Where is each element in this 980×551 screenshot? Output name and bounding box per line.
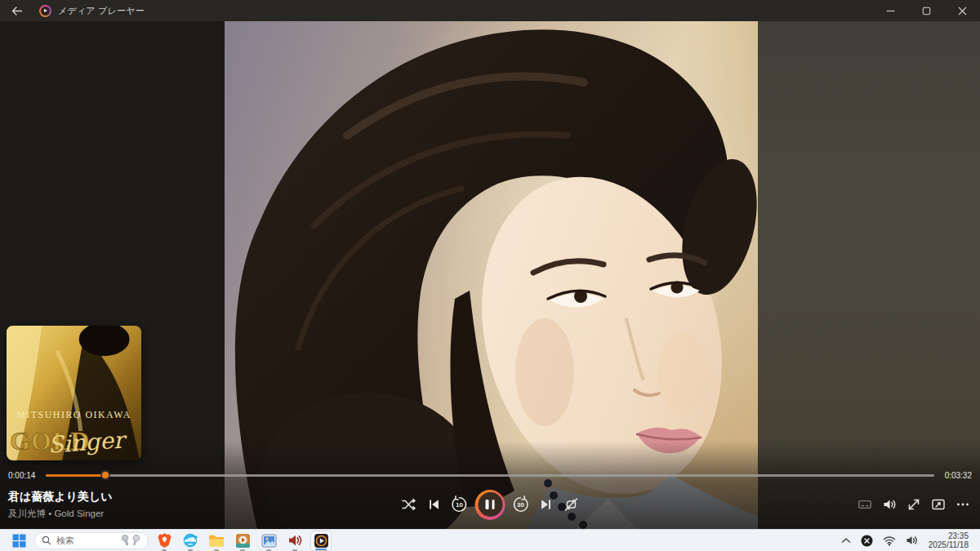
taskbar: 検索: [0, 529, 980, 551]
more-options-button[interactable]: [952, 488, 973, 521]
taskbar-internet-explorer-icon[interactable]: [180, 531, 201, 551]
tray-chevron-up-icon[interactable]: [838, 531, 854, 551]
clock-date: 2025/11/18: [929, 540, 969, 550]
search-icon: [42, 535, 51, 545]
skip-back-10-button[interactable]: 10: [450, 488, 470, 521]
progress-fill: [46, 474, 105, 478]
back-button[interactable]: [0, 0, 33, 21]
total-time: 0:03:32: [942, 471, 972, 480]
start-button[interactable]: [8, 531, 29, 551]
karaoke-lyrics-icon[interactable]: [854, 488, 875, 521]
album-art-thumbnail[interactable]: MITSUHIRO OIKAWA GOLD Singer: [7, 326, 141, 460]
taskbar-search[interactable]: 検索: [34, 532, 149, 549]
track-info: 君は薔薇より美しい 及川光博 • Gold Singer: [8, 490, 113, 520]
track-title: 君は薔薇より美しい: [8, 490, 113, 504]
elapsed-time: 0:00:14: [8, 471, 38, 480]
volume-button[interactable]: [879, 488, 900, 521]
album-artist-text: MITSUHIRO OIKAWA: [16, 409, 131, 420]
system-tray: 23:35 2025/11/18: [838, 530, 980, 551]
tray-app-circle-icon[interactable]: [858, 531, 876, 551]
taskbar-brave-icon[interactable]: [154, 531, 175, 551]
taskbar-clock[interactable]: 23:35 2025/11/18: [925, 531, 973, 550]
minimize-button[interactable]: [872, 0, 908, 21]
media-player-app-icon: [39, 5, 51, 17]
svg-text:10: 10: [456, 501, 463, 509]
transport-controls: 10 30: [399, 488, 581, 521]
seek-bar[interactable]: [46, 470, 934, 480]
desktop: メディア プレーヤー: [0, 0, 980, 551]
svg-text:30: 30: [517, 501, 524, 509]
close-button[interactable]: [944, 0, 980, 21]
taskbar-file-explorer-icon[interactable]: [206, 531, 227, 551]
skip-forward-30-button[interactable]: 30: [511, 488, 531, 521]
taskbar-media-player-icon[interactable]: [310, 531, 332, 551]
taskbar-photos-icon[interactable]: [258, 531, 279, 551]
progress-row: 0:00:14 0:03:32: [0, 469, 980, 482]
window-title: メディア プレーヤー: [58, 5, 145, 17]
pause-button[interactable]: [475, 490, 506, 520]
fullscreen-button[interactable]: [903, 488, 924, 521]
restore-button[interactable]: [908, 0, 944, 21]
tray-volume-icon[interactable]: [902, 531, 922, 551]
titlebar: メディア プレーヤー: [0, 0, 980, 21]
mini-player-button[interactable]: [928, 488, 949, 521]
next-track-button[interactable]: [537, 488, 556, 521]
search-highlight-earbuds-image: [118, 534, 143, 548]
playback-controls-bar: 君は薔薇より美しい 及川光博 • Gold Singer 10: [0, 487, 980, 526]
clock-time: 23:35: [929, 531, 969, 541]
track-artist-album: 及川光博 • Gold Singer: [8, 508, 113, 520]
previous-track-button[interactable]: [425, 488, 444, 521]
album-title-script-text: Singer: [47, 426, 128, 459]
taskbar-volume-app-icon[interactable]: [284, 531, 305, 551]
secondary-controls: [854, 488, 973, 521]
wifi-icon[interactable]: [880, 531, 899, 551]
seek-thumb[interactable]: [100, 470, 110, 480]
shuffle-button[interactable]: [399, 488, 419, 521]
search-placeholder: 検索: [56, 535, 114, 547]
repeat-off-button[interactable]: [562, 488, 581, 521]
taskbar-movies-tv-icon[interactable]: [232, 531, 253, 551]
